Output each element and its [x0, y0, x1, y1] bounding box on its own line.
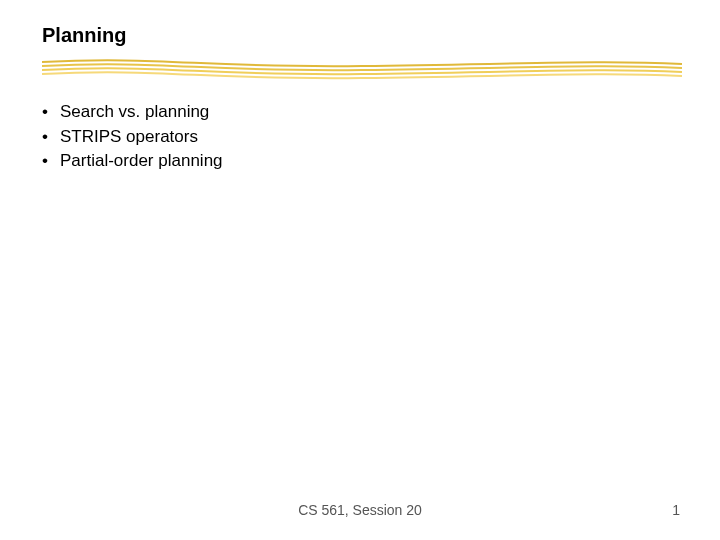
bullet-item: Partial-order planning [42, 149, 223, 174]
divider-swoosh-icon [42, 58, 682, 82]
footer-course: CS 561, Session 20 [0, 502, 720, 518]
slide: Planning Search vs. planning STRIPS oper… [0, 0, 720, 540]
bullet-item: Search vs. planning [42, 100, 223, 125]
footer-page-number: 1 [672, 502, 680, 518]
bullet-item: STRIPS operators [42, 125, 223, 150]
bullet-list: Search vs. planning STRIPS operators Par… [42, 100, 223, 174]
slide-title: Planning [42, 24, 126, 47]
